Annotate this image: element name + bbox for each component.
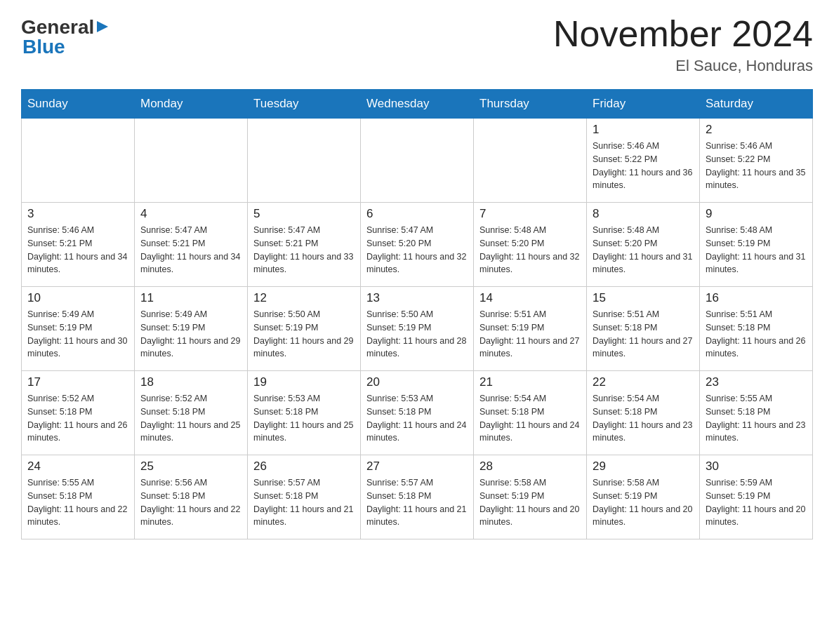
day-number: 2 [706,123,807,137]
day-info: Sunrise: 5:55 AMSunset: 5:18 PMDaylight:… [27,476,128,529]
calendar-cell [248,119,361,203]
calendar-cell: 29Sunrise: 5:58 AMSunset: 5:19 PMDayligh… [587,455,700,539]
calendar-cell [135,119,248,203]
day-info: Sunrise: 5:49 AMSunset: 5:19 PMDaylight:… [140,308,241,361]
calendar-cell: 4Sunrise: 5:47 AMSunset: 5:21 PMDaylight… [135,203,248,287]
day-info: Sunrise: 5:46 AMSunset: 5:22 PMDaylight:… [593,140,694,192]
page-title: November 2024 [553,14,813,54]
calendar-cell: 24Sunrise: 5:55 AMSunset: 5:18 PMDayligh… [22,455,135,539]
day-info: Sunrise: 5:49 AMSunset: 5:19 PMDaylight:… [27,308,128,361]
week-row-4: 17Sunrise: 5:52 AMSunset: 5:18 PMDayligh… [22,371,813,455]
calendar-cell [474,119,587,203]
logo-general-text: General [21,18,110,37]
day-info: Sunrise: 5:52 AMSunset: 5:18 PMDaylight:… [27,392,128,445]
day-number: 22 [593,375,694,389]
day-number: 11 [140,291,241,305]
day-number: 12 [253,291,355,305]
day-number: 28 [479,459,581,474]
calendar-cell: 26Sunrise: 5:57 AMSunset: 5:18 PMDayligh… [248,455,361,539]
calendar-cell: 11Sunrise: 5:49 AMSunset: 5:19 PMDayligh… [135,287,248,371]
header: General Blue November 2024 El Sauce, Hon… [21,14,813,75]
calendar-cell: 13Sunrise: 5:50 AMSunset: 5:19 PMDayligh… [361,287,474,371]
day-number: 15 [593,291,694,305]
day-info: Sunrise: 5:55 AMSunset: 5:18 PMDaylight:… [706,392,807,445]
day-info: Sunrise: 5:54 AMSunset: 5:18 PMDaylight:… [479,392,581,445]
day-info: Sunrise: 5:47 AMSunset: 5:20 PMDaylight:… [366,224,468,276]
day-info: Sunrise: 5:48 AMSunset: 5:19 PMDaylight:… [706,224,807,276]
week-row-3: 10Sunrise: 5:49 AMSunset: 5:19 PMDayligh… [22,287,813,371]
day-number: 14 [479,291,581,305]
day-number: 18 [140,375,241,389]
col-wednesday: Wednesday [361,90,474,119]
day-info: Sunrise: 5:50 AMSunset: 5:19 PMDaylight:… [366,308,468,361]
day-number: 4 [140,207,241,221]
calendar-cell: 22Sunrise: 5:54 AMSunset: 5:18 PMDayligh… [587,371,700,455]
day-number: 20 [366,375,468,389]
col-monday: Monday [135,90,248,119]
day-number: 5 [253,207,355,221]
calendar-cell: 14Sunrise: 5:51 AMSunset: 5:19 PMDayligh… [474,287,587,371]
calendar-cell: 8Sunrise: 5:48 AMSunset: 5:20 PMDaylight… [587,203,700,287]
day-info: Sunrise: 5:54 AMSunset: 5:18 PMDaylight:… [593,392,694,445]
day-info: Sunrise: 5:56 AMSunset: 5:18 PMDaylight:… [140,476,241,529]
day-info: Sunrise: 5:53 AMSunset: 5:18 PMDaylight:… [366,392,468,445]
calendar-cell: 21Sunrise: 5:54 AMSunset: 5:18 PMDayligh… [474,371,587,455]
day-number: 17 [27,375,128,389]
day-number: 21 [479,375,581,389]
day-number: 7 [479,207,581,221]
day-number: 1 [593,123,694,137]
week-row-2: 3Sunrise: 5:46 AMSunset: 5:21 PMDaylight… [22,203,813,287]
calendar-cell: 23Sunrise: 5:55 AMSunset: 5:18 PMDayligh… [700,371,813,455]
calendar-cell: 12Sunrise: 5:50 AMSunset: 5:19 PMDayligh… [248,287,361,371]
col-tuesday: Tuesday [248,90,361,119]
day-number: 23 [706,375,807,389]
day-info: Sunrise: 5:50 AMSunset: 5:19 PMDaylight:… [253,308,355,361]
col-saturday: Saturday [700,90,813,119]
day-info: Sunrise: 5:51 AMSunset: 5:18 PMDaylight:… [593,308,694,361]
calendar-cell: 9Sunrise: 5:48 AMSunset: 5:19 PMDaylight… [700,203,813,287]
calendar-table: Sunday Monday Tuesday Wednesday Thursday… [21,89,813,539]
calendar-cell: 7Sunrise: 5:48 AMSunset: 5:20 PMDaylight… [474,203,587,287]
day-info: Sunrise: 5:58 AMSunset: 5:19 PMDaylight:… [479,476,581,529]
day-info: Sunrise: 5:59 AMSunset: 5:19 PMDaylight:… [706,476,807,529]
calendar-cell [22,119,135,203]
calendar-header-row: Sunday Monday Tuesday Wednesday Thursday… [22,90,813,119]
calendar-cell: 25Sunrise: 5:56 AMSunset: 5:18 PMDayligh… [135,455,248,539]
day-number: 13 [366,291,468,305]
svg-marker-0 [97,21,108,32]
calendar-cell: 18Sunrise: 5:52 AMSunset: 5:18 PMDayligh… [135,371,248,455]
calendar-cell: 2Sunrise: 5:46 AMSunset: 5:22 PMDaylight… [700,119,813,203]
day-number: 6 [366,207,468,221]
day-number: 8 [593,207,694,221]
day-number: 27 [366,459,468,474]
day-number: 25 [140,459,241,474]
day-info: Sunrise: 5:53 AMSunset: 5:18 PMDaylight:… [253,392,355,445]
day-info: Sunrise: 5:58 AMSunset: 5:19 PMDaylight:… [593,476,694,529]
day-info: Sunrise: 5:47 AMSunset: 5:21 PMDaylight:… [253,224,355,276]
day-number: 30 [706,459,807,474]
day-info: Sunrise: 5:52 AMSunset: 5:18 PMDaylight:… [140,392,241,445]
calendar-cell: 16Sunrise: 5:51 AMSunset: 5:18 PMDayligh… [700,287,813,371]
calendar-cell: 28Sunrise: 5:58 AMSunset: 5:19 PMDayligh… [474,455,587,539]
col-sunday: Sunday [22,90,135,119]
logo-blue-text: Blue [22,37,110,57]
calendar-cell: 3Sunrise: 5:46 AMSunset: 5:21 PMDaylight… [22,203,135,287]
day-info: Sunrise: 5:57 AMSunset: 5:18 PMDaylight:… [253,476,355,529]
day-info: Sunrise: 5:48 AMSunset: 5:20 PMDaylight:… [593,224,694,276]
day-info: Sunrise: 5:51 AMSunset: 5:18 PMDaylight:… [706,308,807,361]
day-info: Sunrise: 5:51 AMSunset: 5:19 PMDaylight:… [479,308,581,361]
day-info: Sunrise: 5:46 AMSunset: 5:22 PMDaylight:… [706,140,807,192]
location-subtitle: El Sauce, Honduras [553,57,813,75]
day-number: 3 [27,207,128,221]
calendar-cell: 30Sunrise: 5:59 AMSunset: 5:19 PMDayligh… [700,455,813,539]
day-number: 19 [253,375,355,389]
col-friday: Friday [587,90,700,119]
calendar-cell: 1Sunrise: 5:46 AMSunset: 5:22 PMDaylight… [587,119,700,203]
calendar-cell: 10Sunrise: 5:49 AMSunset: 5:19 PMDayligh… [22,287,135,371]
calendar-cell: 27Sunrise: 5:57 AMSunset: 5:18 PMDayligh… [361,455,474,539]
title-area: November 2024 El Sauce, Honduras [553,14,813,75]
calendar-cell: 6Sunrise: 5:47 AMSunset: 5:20 PMDaylight… [361,203,474,287]
calendar-cell: 19Sunrise: 5:53 AMSunset: 5:18 PMDayligh… [248,371,361,455]
day-number: 24 [27,459,128,474]
day-number: 26 [253,459,355,474]
